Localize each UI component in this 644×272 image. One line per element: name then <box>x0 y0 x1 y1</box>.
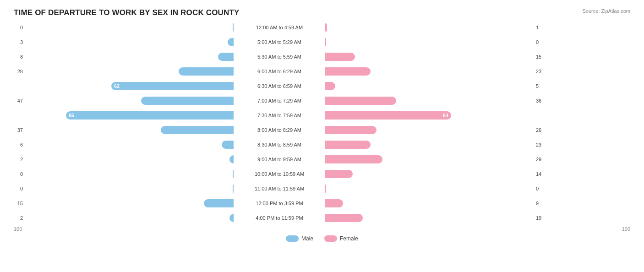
right-side: 0 <box>325 185 545 193</box>
female-value-label: 9 <box>536 201 545 206</box>
bar-row: 011:00 AM to 11:59 AM0 <box>14 182 630 195</box>
legend-male: Male <box>286 235 313 242</box>
chart-title: TIME OF DEPARTURE TO WORK BY SEX IN ROCK… <box>14 8 630 17</box>
time-label: 7:00 AM to 7:29 AM <box>234 98 325 103</box>
female-bar <box>325 214 363 222</box>
female-bar <box>325 185 326 193</box>
right-side: 19 <box>325 214 545 222</box>
female-label: Female <box>340 235 358 242</box>
male-bar <box>161 126 234 134</box>
male-value-label: 0 <box>14 171 23 177</box>
female-value-label: 23 <box>536 69 545 74</box>
male-value-label: 28 <box>14 69 23 74</box>
bar-row: 857:30 AM to 7:59 AM64 <box>14 109 630 122</box>
right-side: 23 <box>325 67 545 76</box>
male-bar <box>233 170 234 178</box>
right-side: 64 <box>325 111 545 120</box>
female-bar <box>325 53 355 61</box>
female-value-label: 5 <box>536 83 545 89</box>
right-side: 0 <box>325 38 545 46</box>
source-label: Source: ZipAtlas.com <box>582 8 630 14</box>
male-bar <box>204 199 234 207</box>
right-side: 23 <box>325 141 545 149</box>
female-value-label: 14 <box>536 171 545 177</box>
male-value-label: 2 <box>14 215 23 221</box>
male-bar <box>228 38 234 46</box>
left-side: 62 <box>14 82 234 90</box>
left-side: 0 <box>14 185 234 193</box>
right-side: 29 <box>325 155 545 163</box>
female-swatch <box>324 235 337 242</box>
bar-row: 477:00 AM to 7:29 AM36 <box>14 94 630 107</box>
male-swatch <box>286 235 299 242</box>
male-bar: 62 <box>111 82 234 90</box>
bar-row: 012:00 AM to 4:59 AM1 <box>14 21 630 34</box>
female-value-label: 1 <box>536 25 545 30</box>
male-value-label: 3 <box>14 39 23 45</box>
male-value-label: 2 <box>14 157 23 162</box>
female-value-label: 0 <box>536 39 545 45</box>
female-bar <box>325 126 377 134</box>
male-value-label: 6 <box>14 142 23 147</box>
right-side: 14 <box>325 170 545 178</box>
time-label: 11:00 AM to 11:59 AM <box>234 186 325 191</box>
male-bar <box>233 23 234 32</box>
male-bar <box>229 155 234 163</box>
female-value-label: 36 <box>536 98 545 103</box>
time-label: 5:00 AM to 5:29 AM <box>234 39 325 45</box>
female-bar <box>325 82 335 90</box>
male-bar <box>141 97 234 105</box>
female-bar <box>325 23 327 32</box>
bar-row: 35:00 AM to 5:29 AM0 <box>14 36 630 49</box>
female-value-label: 19 <box>536 215 545 221</box>
time-label: 8:30 AM to 8:59 AM <box>234 142 325 147</box>
left-side: 28 <box>14 67 234 76</box>
female-bar <box>325 170 353 178</box>
axis-right-label: 100 <box>410 226 630 232</box>
female-bar <box>325 67 371 76</box>
male-bar <box>233 185 234 193</box>
bar-row: 29:00 AM to 9:59 AM29 <box>14 153 630 166</box>
left-side: 47 <box>14 97 234 105</box>
chart-container: TIME OF DEPARTURE TO WORK BY SEX IN ROCK… <box>0 0 644 272</box>
female-bar-inner-label: 64 <box>443 113 448 118</box>
axis-left-label: 100 <box>14 226 234 232</box>
bar-row: 286:00 AM to 6:29 AM23 <box>14 65 630 78</box>
male-bar <box>179 67 234 76</box>
female-value-label: 29 <box>536 157 545 162</box>
right-side: 36 <box>325 97 545 105</box>
male-value-label: 15 <box>14 201 23 206</box>
left-side: 8 <box>14 53 234 61</box>
male-value-label: 8 <box>14 54 23 60</box>
male-value-label: 47 <box>14 98 23 103</box>
time-label: 4:00 PM to 11:59 PM <box>234 215 325 221</box>
male-bar-inner-label: 85 <box>69 113 74 118</box>
female-bar <box>325 97 396 105</box>
bar-row: 1512:00 PM to 3:59 PM9 <box>14 197 630 210</box>
time-label: 12:00 PM to 3:59 PM <box>234 201 325 206</box>
left-side: 3 <box>14 38 234 46</box>
female-value-label: 15 <box>536 54 545 60</box>
left-side: 85 <box>14 111 234 120</box>
female-bar <box>325 199 343 207</box>
female-bar <box>325 38 326 46</box>
chart-area: 012:00 AM to 4:59 AM135:00 AM to 5:29 AM… <box>14 21 630 224</box>
time-label: 7:30 AM to 7:59 AM <box>234 113 325 118</box>
bar-row: 010:00 AM to 10:59 AM14 <box>14 168 630 180</box>
right-side: 26 <box>325 126 545 134</box>
left-side: 2 <box>14 214 234 222</box>
legend-female: Female <box>324 235 358 242</box>
time-label: 10:00 AM to 10:59 AM <box>234 171 325 177</box>
male-label: Male <box>301 235 313 242</box>
female-value-label: 26 <box>536 127 545 133</box>
time-label: 5:30 AM to 5:59 AM <box>234 54 325 60</box>
time-label: 6:30 AM to 6:59 AM <box>234 83 325 89</box>
female-bar <box>325 141 371 149</box>
left-side: 6 <box>14 141 234 149</box>
time-label: 6:00 AM to 6:29 AM <box>234 69 325 74</box>
male-value-label: 37 <box>14 127 23 133</box>
left-side: 2 <box>14 155 234 163</box>
right-side: 9 <box>325 199 545 207</box>
axis-row: 100 100 <box>14 226 630 232</box>
bar-row: 24:00 PM to 11:59 PM19 <box>14 212 630 224</box>
